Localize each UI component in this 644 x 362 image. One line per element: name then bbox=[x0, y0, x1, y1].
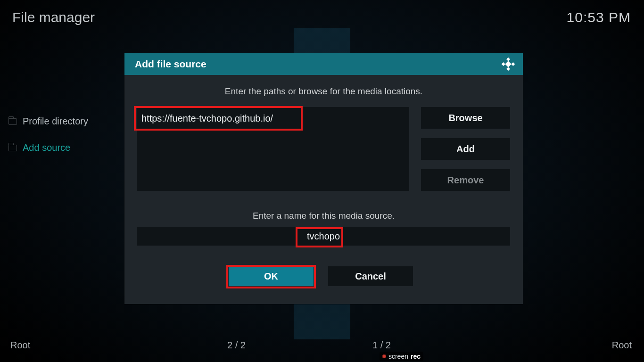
app-root: File manager 10:53 PM Profile directory … bbox=[0, 0, 644, 362]
footer-bar: Root 2 / 2 1 / 2 Root bbox=[0, 337, 644, 353]
footer-root-right: Root bbox=[612, 340, 632, 351]
svg-rect-0 bbox=[506, 58, 510, 61]
dialog-title: Add file source bbox=[135, 58, 206, 70]
folder-icon bbox=[8, 145, 17, 151]
svg-rect-4 bbox=[505, 61, 511, 67]
svg-rect-2 bbox=[511, 62, 515, 66]
dialog-titlebar: Add file source bbox=[124, 53, 523, 75]
badge-text-b: rec bbox=[411, 353, 421, 360]
dialog-body: Enter the paths or browse for the media … bbox=[124, 75, 523, 304]
footer-root-left: Root bbox=[10, 340, 30, 351]
add-button[interactable]: Add bbox=[421, 138, 510, 160]
sidebar-item-add-source[interactable]: Add source bbox=[8, 142, 70, 153]
folder-icon bbox=[8, 118, 17, 125]
sidebar-item-profile-directory[interactable]: Profile directory bbox=[8, 116, 88, 127]
paths-list[interactable]: https://fuente-tvchopo.github.io/ bbox=[137, 107, 409, 191]
path-input[interactable]: https://fuente-tvchopo.github.io/ bbox=[137, 107, 409, 130]
svg-rect-1 bbox=[502, 62, 505, 66]
clock: 10:53 PM bbox=[567, 9, 631, 25]
sidebar-item-label: Profile directory bbox=[23, 116, 88, 127]
ok-button[interactable]: OK bbox=[229, 266, 314, 286]
kodi-logo-icon bbox=[501, 57, 515, 71]
hint-paths: Enter the paths or browse for the media … bbox=[124, 86, 523, 97]
hint-name: Enter a name for this media source. bbox=[124, 211, 523, 221]
remove-button: Remove bbox=[421, 169, 510, 191]
add-file-source-dialog: Add file source Enter the paths or brows… bbox=[124, 53, 523, 304]
source-name-input[interactable]: tvchopo bbox=[137, 227, 510, 246]
browse-button[interactable]: Browse bbox=[421, 107, 510, 129]
page-title: File manager bbox=[12, 9, 95, 25]
footer-counter-right: 1 / 2 bbox=[372, 340, 391, 351]
screenrec-badge: screenrec bbox=[380, 352, 423, 361]
record-dot-icon bbox=[382, 354, 386, 358]
cancel-button[interactable]: Cancel bbox=[328, 266, 413, 286]
footer-counter-left: 2 / 2 bbox=[227, 340, 246, 351]
badge-text-a: screen bbox=[388, 353, 408, 360]
sidebar-item-label: Add source bbox=[23, 142, 70, 153]
svg-rect-3 bbox=[506, 67, 510, 71]
